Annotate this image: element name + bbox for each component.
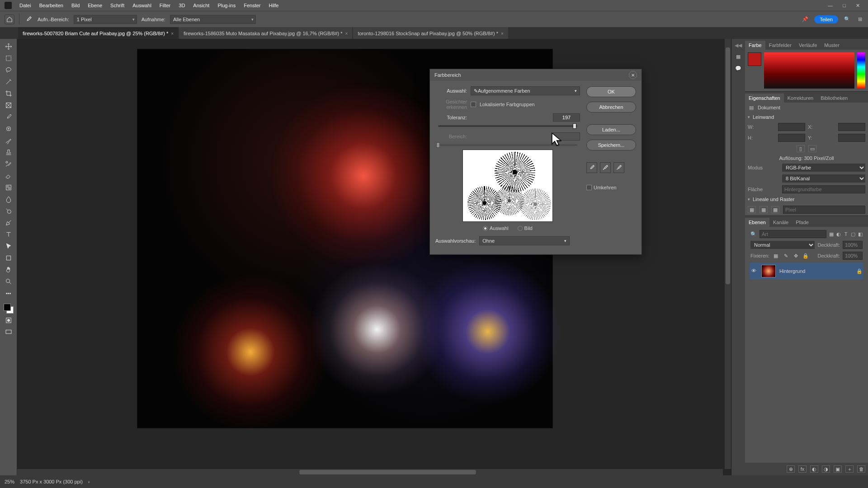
visibility-icon[interactable]: 👁 [751,268,758,274]
brush-tool[interactable] [3,136,14,145]
fill-input-2[interactable] [843,252,863,260]
wand-tool[interactable] [3,77,14,87]
doc-tab-1[interactable]: fireworks-5007820 Briam Cute auf Pixabay… [18,27,178,39]
dodge-tool[interactable] [3,206,14,216]
search-icon[interactable]: 🔍 [844,16,851,23]
crop-tool[interactable] [3,89,14,99]
menu-fenster[interactable]: Fenster [240,0,264,11]
menu-auswahl[interactable]: Auswahl [128,0,156,11]
zoom-tool[interactable] [3,277,14,286]
menu-hilfe[interactable]: Hilfe [264,0,283,11]
tab-kanaele[interactable]: Kanäle [769,218,792,227]
canvas-section[interactable]: Leinwand [745,113,868,122]
close-icon[interactable]: ✕ [629,71,637,79]
maximize-icon[interactable]: □ [843,3,846,9]
tab-eigenschaften[interactable]: Eigenschaften [745,94,784,103]
pin-icon[interactable]: 📌 [802,16,809,23]
lock-trans-icon[interactable]: ▦ [772,252,779,259]
radio-selection[interactable]: Auswahl [483,225,509,231]
tab-ebenen[interactable]: Ebenen [745,218,769,227]
delete-layer-icon[interactable]: 🗑 [857,465,865,473]
edit-toolbar[interactable]: ••• [3,288,14,298]
screen-mode[interactable] [3,327,14,337]
opacity-input[interactable] [843,241,863,249]
tolerance-slider[interactable] [438,125,577,127]
tab-close-icon[interactable]: × [345,31,348,36]
x-input[interactable] [838,123,865,131]
ruler-icon[interactable]: ▦ [748,206,756,213]
gradient-tool[interactable] [3,183,14,192]
layer-style-icon[interactable]: fx [798,465,807,473]
type-tool[interactable] [3,230,14,239]
group-icon[interactable]: ▣ [834,465,842,473]
tab-close-icon[interactable]: × [171,31,174,36]
doc-tab-3[interactable]: toronto-1298016 StockSnap auf Pixabay.jp… [353,27,508,39]
layer-search[interactable] [760,230,826,238]
filter-shape-icon[interactable]: ▢ [851,230,855,238]
panel-icon-2[interactable]: 💬 [735,65,742,72]
link-layers-icon[interactable]: ⊕ [787,465,795,473]
width-input[interactable] [778,123,805,131]
eyedropper-sample-icon[interactable] [586,162,597,173]
home-button[interactable] [5,14,14,24]
search-icon[interactable]: 🔍 [750,231,757,237]
history-brush-tool[interactable] [3,159,14,169]
invert-checkbox[interactable]: Umkehren [586,185,636,190]
preview-dropdown[interactable]: Ohne [479,236,570,245]
layer-mask-icon[interactable]: ◐ [810,465,818,473]
ruler-unit[interactable] [783,206,865,214]
save-button[interactable]: Speichern... [586,140,636,150]
ok-button[interactable]: OK [586,86,636,97]
tab-muster[interactable]: Muster [821,41,843,50]
hue-slider[interactable] [857,52,865,89]
lasso-tool[interactable] [3,65,14,75]
menu-bild[interactable]: Bild [67,0,84,11]
filter-adjust-icon[interactable]: ◐ [836,230,841,238]
color-field[interactable] [764,52,854,89]
local-colors-checkbox[interactable] [471,102,476,107]
tab-korrekturen[interactable]: Korrekturen [784,94,817,103]
new-layer-icon[interactable]: ＋ [845,465,854,473]
y-input[interactable] [838,134,865,142]
move-tool[interactable] [3,42,14,52]
zoom-readout[interactable]: 25% [5,479,14,484]
menu-filter[interactable]: Filter [156,0,175,11]
height-input[interactable] [778,134,805,142]
menu-bearbeiten[interactable]: Bearbeiten [35,0,67,11]
pen-tool[interactable] [3,218,14,228]
menu-plugins[interactable]: Plug-ins [213,0,240,11]
guides-icon[interactable]: ▦ [771,206,779,213]
lock-paint-icon[interactable]: ✎ [782,252,789,259]
close-window-icon[interactable]: ✕ [856,3,860,9]
marquee-tool[interactable] [3,53,14,63]
tab-bibliotheken[interactable]: Bibliotheken [817,94,851,103]
eyedropper-subtract-icon[interactable] [613,162,624,173]
hand-tool[interactable] [3,265,14,275]
menu-ansicht[interactable]: Ansicht [189,0,213,11]
lock-all-icon[interactable]: 🔒 [802,252,809,259]
expand-dock-icon[interactable]: ◀◀ [735,42,742,48]
filter-smart-icon[interactable]: ◧ [858,230,863,238]
menu-3d[interactable]: 3D [175,0,189,11]
minimize-icon[interactable]: — [828,3,833,9]
blend-mode[interactable]: Normal [750,241,815,249]
mode-select[interactable]: RGB-Farbe [782,164,865,172]
depth-select[interactable]: 8 Bit/Kanal [782,174,865,183]
load-button[interactable]: Laden... [586,124,636,135]
layer-name[interactable]: Hintergrund [779,268,805,274]
landscape-icon[interactable]: ▭ [808,145,816,152]
quick-mask[interactable] [3,315,14,325]
filter-pixel-icon[interactable]: ▦ [829,230,834,238]
blur-tool[interactable] [3,194,14,204]
frame-tool[interactable] [3,100,14,110]
menu-datei[interactable]: Datei [15,0,35,11]
layer-row[interactable]: 👁 Hintergrund 🔒 [750,263,863,279]
path-select-tool[interactable] [3,241,14,251]
share-button[interactable]: Teilen [814,15,838,23]
stamp-tool[interactable] [3,147,14,157]
tab-pfade[interactable]: Pfade [792,218,812,227]
foreground-swatch[interactable] [748,52,761,66]
shape-tool[interactable] [3,253,14,263]
sample-select[interactable]: Alle Ebenen [170,15,256,24]
grid-icon[interactable]: ▦ [760,206,768,213]
